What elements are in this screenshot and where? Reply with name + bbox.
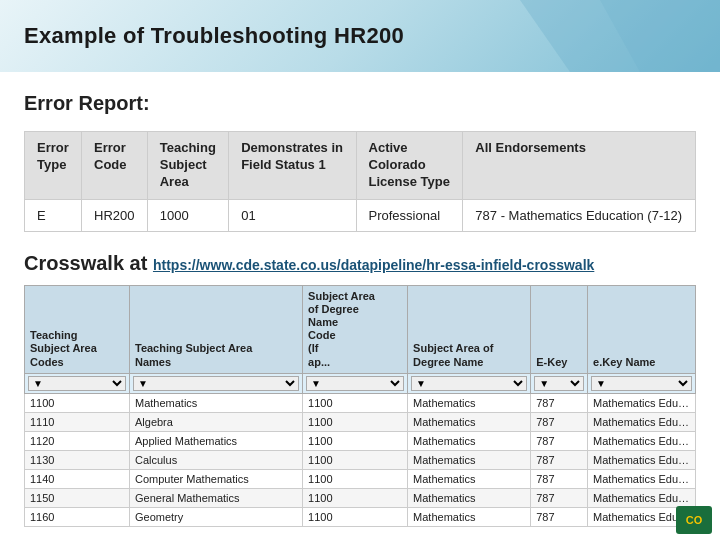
error-report-section: Error Report: ErrorType ErrorCode Teachi… <box>24 92 696 232</box>
cell-deg-code: 1100 <box>303 431 408 450</box>
crosswalk-row: 1120 Applied Mathematics 1100 Mathematic… <box>25 431 696 450</box>
cell-deg-code: 1100 <box>303 507 408 526</box>
crosswalk-row: 1100 Mathematics 1100 Mathematics 787 Ma… <box>25 393 696 412</box>
filter-deg-code-select[interactable]: ▼ <box>306 376 404 391</box>
cell-name: Applied Mathematics <box>129 431 302 450</box>
filter-ekey-select[interactable]: ▼ <box>534 376 584 391</box>
crosswalk-row: 1110 Algebra 1100 Mathematics 787 Mathem… <box>25 412 696 431</box>
cell-ekey-name: Mathematics Education (7-12) Tea <box>588 393 696 412</box>
filter-ekey-name[interactable]: ▼ <box>588 373 696 393</box>
cell-deg-code: 1100 <box>303 488 408 507</box>
cell-code: 1140 <box>25 469 130 488</box>
crosswalk-title: Crosswalk at https://www.cde.state.co.us… <box>24 252 696 275</box>
cell-error-code: HR200 <box>82 199 148 231</box>
co-badge: CO <box>676 506 712 534</box>
cell-all-endorsements: 787 - Mathematics Education (7-12) <box>463 199 696 231</box>
cell-deg-code: 1100 <box>303 469 408 488</box>
page-title: Example of Troubleshooting HR200 <box>24 23 404 49</box>
filter-names-select[interactable]: ▼ <box>133 376 299 391</box>
col-license-type: ActiveColoradoLicense Type <box>356 132 463 200</box>
filter-deg-name-select[interactable]: ▼ <box>411 376 527 391</box>
cell-teaching-subject: 1000 <box>147 199 228 231</box>
cell-ekey: 787 <box>531 488 588 507</box>
col-subject-names: Teaching Subject AreaNames <box>129 285 302 373</box>
cell-deg-name: Mathematics <box>408 507 531 526</box>
cell-code: 1120 <box>25 431 130 450</box>
crosswalk-section: Crosswalk at https://www.cde.state.co.us… <box>24 252 696 527</box>
cell-ekey: 787 <box>531 450 588 469</box>
crosswalk-row: 1140 Computer Mathematics 1100 Mathemati… <box>25 469 696 488</box>
crosswalk-link[interactable]: https://www.cde.state.co.us/datapipeline… <box>153 257 594 273</box>
cell-ekey: 787 <box>531 393 588 412</box>
cell-code: 1100 <box>25 393 130 412</box>
cell-deg-code: 1100 <box>303 450 408 469</box>
cell-code: 1150 <box>25 488 130 507</box>
filter-codes[interactable]: ▼ <box>25 373 130 393</box>
error-report-title: Error Report: <box>24 92 696 115</box>
cell-deg-name: Mathematics <box>408 469 531 488</box>
cell-name: Mathematics <box>129 393 302 412</box>
col-all-endorsements: All Endorsements <box>463 132 696 200</box>
cell-code: 1130 <box>25 450 130 469</box>
table-row: E HR200 1000 01 Professional 787 - Mathe… <box>25 199 696 231</box>
cell-error-type: E <box>25 199 82 231</box>
cell-deg-code: 1100 <box>303 393 408 412</box>
cell-ekey-name: Mathematics Education (7-12) Tea <box>588 431 696 450</box>
error-report-table: ErrorType ErrorCode TeachingSubjectArea … <box>24 131 696 232</box>
cell-demonstrates-field: 01 <box>229 199 356 231</box>
main-content: Error Report: ErrorType ErrorCode Teachi… <box>0 72 720 540</box>
filter-codes-select[interactable]: ▼ <box>28 376 126 391</box>
cell-ekey-name: Mathematics Education (7-12) Tea <box>588 412 696 431</box>
filter-deg-code[interactable]: ▼ <box>303 373 408 393</box>
filter-ekey[interactable]: ▼ <box>531 373 588 393</box>
col-teaching-subject: TeachingSubjectArea <box>147 132 228 200</box>
cell-deg-name: Mathematics <box>408 431 531 450</box>
crosswalk-row: 1130 Calculus 1100 Mathematics 787 Mathe… <box>25 450 696 469</box>
cell-deg-name: Mathematics <box>408 488 531 507</box>
crosswalk-table: TeachingSubject AreaCodes Teaching Subje… <box>24 285 696 527</box>
cell-ekey-name: Mathematics Education (7-12) Tea <box>588 450 696 469</box>
crosswalk-label: Crosswalk at <box>24 252 147 274</box>
col-deg-code: Subject Areaof DegreeNameCode(Ifap... <box>303 285 408 373</box>
cell-ekey: 787 <box>531 431 588 450</box>
col-error-type: ErrorType <box>25 132 82 200</box>
cell-ekey-name: Mathematics Education (7-12) Tea <box>588 488 696 507</box>
filter-ekey-name-select[interactable]: ▼ <box>591 376 692 391</box>
crosswalk-filter-row: ▼ ▼ ▼ ▼ ▼ ▼ <box>25 373 696 393</box>
crosswalk-row: 1150 General Mathematics 1100 Mathematic… <box>25 488 696 507</box>
cell-code: 1160 <box>25 507 130 526</box>
cell-name: Algebra <box>129 412 302 431</box>
table-header-row: ErrorType ErrorCode TeachingSubjectArea … <box>25 132 696 200</box>
cell-ekey: 787 <box>531 507 588 526</box>
cell-name: General Mathematics <box>129 488 302 507</box>
cell-deg-name: Mathematics <box>408 412 531 431</box>
cell-ekey: 787 <box>531 469 588 488</box>
col-demonstrates-field: Demonstrates inField Status 1 <box>229 132 356 200</box>
crosswalk-row: 1160 Geometry 1100 Mathematics 787 Mathe… <box>25 507 696 526</box>
filter-deg-name[interactable]: ▼ <box>408 373 531 393</box>
col-subject-codes: TeachingSubject AreaCodes <box>25 285 130 373</box>
col-error-code: ErrorCode <box>82 132 148 200</box>
cell-name: Computer Mathematics <box>129 469 302 488</box>
cell-deg-name: Mathematics <box>408 393 531 412</box>
cell-deg-name: Mathematics <box>408 450 531 469</box>
co-badge-label: CO <box>686 514 703 526</box>
crosswalk-header-row: TeachingSubject AreaCodes Teaching Subje… <box>25 285 696 373</box>
cell-ekey: 787 <box>531 412 588 431</box>
page-header: Example of Troubleshooting HR200 <box>0 0 720 72</box>
filter-names[interactable]: ▼ <box>129 373 302 393</box>
cell-name: Geometry <box>129 507 302 526</box>
col-ekey: E-Key <box>531 285 588 373</box>
col-deg-name: Subject Area ofDegree Name <box>408 285 531 373</box>
cell-license-type: Professional <box>356 199 463 231</box>
col-ekey-name: e.Key Name <box>588 285 696 373</box>
cell-deg-code: 1100 <box>303 412 408 431</box>
cell-name: Calculus <box>129 450 302 469</box>
cell-code: 1110 <box>25 412 130 431</box>
cell-ekey-name: Mathematics Education (7-12) Tea <box>588 469 696 488</box>
